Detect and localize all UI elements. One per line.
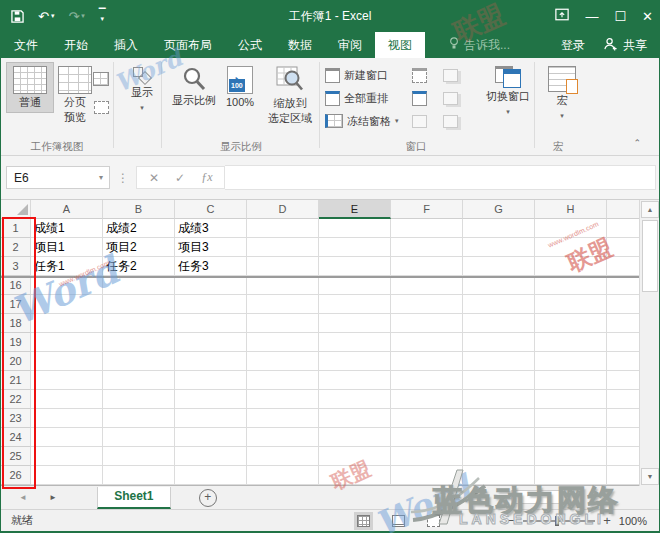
cell-D23[interactable] xyxy=(247,409,319,428)
cell-A20[interactable] xyxy=(31,352,103,371)
cell-A19[interactable] xyxy=(31,333,103,352)
column-header-E[interactable]: E xyxy=(319,200,391,219)
cell-F24[interactable] xyxy=(391,428,463,447)
normal-view-button[interactable]: 普通 xyxy=(6,62,54,113)
zoom-level-text[interactable]: 100% xyxy=(619,515,647,527)
page-layout-view-button[interactable] xyxy=(92,70,110,88)
cell-G2[interactable] xyxy=(463,238,535,257)
column-header-G[interactable]: G xyxy=(463,200,535,219)
show-dropdown-button[interactable]: 显示 ▾ xyxy=(119,62,165,118)
cell-H3[interactable] xyxy=(535,257,607,276)
cell-H17[interactable] xyxy=(535,295,607,314)
custom-views-button[interactable] xyxy=(92,98,110,116)
cell-G16[interactable] xyxy=(463,276,535,295)
cell-H23[interactable] xyxy=(535,409,607,428)
cell-D25[interactable] xyxy=(247,447,319,466)
cell-A21[interactable] xyxy=(31,371,103,390)
cell-F26[interactable] xyxy=(391,466,463,485)
cell-H22[interactable] xyxy=(535,390,607,409)
cell-E17[interactable] xyxy=(319,295,391,314)
cell-F1[interactable] xyxy=(391,219,463,238)
cell-H18[interactable] xyxy=(535,314,607,333)
status-page-layout-button[interactable] xyxy=(392,515,405,527)
cell-A24[interactable] xyxy=(31,428,103,447)
select-all-corner[interactable] xyxy=(1,200,31,219)
cell-C20[interactable] xyxy=(175,352,247,371)
tab-home[interactable]: 开始 xyxy=(51,32,101,58)
cell-D19[interactable] xyxy=(247,333,319,352)
zoom-button[interactable]: 显示比例 xyxy=(166,62,222,111)
cell-G1[interactable] xyxy=(463,219,535,238)
formula-input[interactable] xyxy=(225,165,656,190)
cell-D18[interactable] xyxy=(247,314,319,333)
column-header-A[interactable]: A xyxy=(31,200,103,219)
reset-window-position-button[interactable] xyxy=(441,112,459,130)
row-header-21[interactable]: 21 xyxy=(1,371,31,390)
cell-G17[interactable] xyxy=(463,295,535,314)
cell-H21[interactable] xyxy=(535,371,607,390)
sign-in-button[interactable]: 登录 xyxy=(551,32,595,58)
cell-B17[interactable] xyxy=(103,295,175,314)
cell-C16[interactable] xyxy=(175,276,247,295)
tab-page-layout[interactable]: 页面布局 xyxy=(151,32,225,58)
vertical-scrollbar[interactable]: ▲ ▼ xyxy=(639,200,659,486)
row-header-3[interactable]: 3 xyxy=(1,257,31,276)
cell-D24[interactable] xyxy=(247,428,319,447)
confirm-entry-icon[interactable]: ✓ xyxy=(175,171,185,185)
cell-C2[interactable]: 项目3 xyxy=(175,238,247,257)
new-window-button[interactable]: 新建窗口 xyxy=(325,66,388,84)
cell-G23[interactable] xyxy=(463,409,535,428)
cell-B1[interactable]: 成绩2 xyxy=(103,219,175,238)
switch-windows-button[interactable]: 切换窗口 ▾ xyxy=(479,62,537,122)
cell-C18[interactable] xyxy=(175,314,247,333)
cell-C3[interactable]: 任务3 xyxy=(175,257,247,276)
row-header-17[interactable]: 17 xyxy=(1,295,31,314)
cell-F23[interactable] xyxy=(391,409,463,428)
cell-C21[interactable] xyxy=(175,371,247,390)
name-box[interactable]: E6 ▾ xyxy=(6,166,110,189)
cell-C17[interactable] xyxy=(175,295,247,314)
row-header-16[interactable]: 16 xyxy=(1,276,31,295)
tab-data[interactable]: 数据 xyxy=(275,32,325,58)
split-button[interactable] xyxy=(410,66,428,84)
status-normal-view-button[interactable] xyxy=(357,515,370,527)
cell-D1[interactable] xyxy=(247,219,319,238)
cell-B24[interactable] xyxy=(103,428,175,447)
cell-F18[interactable] xyxy=(391,314,463,333)
share-button[interactable]: 共享 xyxy=(595,32,659,58)
cell-A25[interactable] xyxy=(31,447,103,466)
row-header-26[interactable]: 26 xyxy=(1,466,31,485)
cell-B23[interactable] xyxy=(103,409,175,428)
status-page-break-button[interactable] xyxy=(427,515,440,527)
cell-B20[interactable] xyxy=(103,352,175,371)
synchronous-scrolling-button[interactable] xyxy=(441,89,459,107)
close-button[interactable]: ✕ xyxy=(642,9,653,24)
zoom-in-icon[interactable]: + xyxy=(603,513,611,528)
cell-F19[interactable] xyxy=(391,333,463,352)
cell-B22[interactable] xyxy=(103,390,175,409)
cell-A17[interactable] xyxy=(31,295,103,314)
cell-F2[interactable] xyxy=(391,238,463,257)
cell-B18[interactable] xyxy=(103,314,175,333)
cell-H26[interactable] xyxy=(535,466,607,485)
cell-E24[interactable] xyxy=(319,428,391,447)
cell-A26[interactable] xyxy=(31,466,103,485)
cell-F21[interactable] xyxy=(391,371,463,390)
column-header-C[interactable]: C xyxy=(175,200,247,219)
cell-D21[interactable] xyxy=(247,371,319,390)
row-header-24[interactable]: 24 xyxy=(1,428,31,447)
cell-A2[interactable]: 项目1 xyxy=(31,238,103,257)
cell-E18[interactable] xyxy=(319,314,391,333)
row-header-25[interactable]: 25 xyxy=(1,447,31,466)
sheet-nav-left-icon[interactable]: ◄ xyxy=(19,493,27,502)
cell-E3[interactable] xyxy=(319,257,391,276)
arrange-all-button[interactable]: 全部重排 xyxy=(325,89,388,107)
column-header-B[interactable]: B xyxy=(103,200,175,219)
row-header-2[interactable]: 2 xyxy=(1,238,31,257)
row-header-19[interactable]: 19 xyxy=(1,333,31,352)
cell-E26[interactable] xyxy=(319,466,391,485)
cell-E16[interactable] xyxy=(319,276,391,295)
cell-F20[interactable] xyxy=(391,352,463,371)
cell-G26[interactable] xyxy=(463,466,535,485)
row-header-20[interactable]: 20 xyxy=(1,352,31,371)
